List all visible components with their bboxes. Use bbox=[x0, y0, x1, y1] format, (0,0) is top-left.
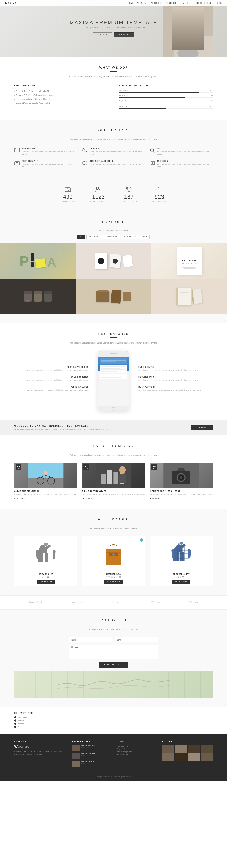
svg-rect-41 bbox=[114, 472, 118, 484]
read-more-1[interactable]: Read more bbox=[14, 498, 26, 500]
blog-post-1-title: CLIMB THE MOUNTAIN bbox=[14, 490, 77, 492]
service-branding-desc: Lorem Ipsum has been the industry's stan… bbox=[90, 150, 145, 156]
blog-date-1: 06 JAN bbox=[15, 464, 22, 470]
nav-blog[interactable]: BLOG bbox=[216, 2, 222, 4]
download-button[interactable]: DOWNLOAD bbox=[191, 425, 213, 430]
service-marketing-desc: Lorem Ipsum has been the industry's stan… bbox=[90, 163, 145, 168]
phone-top bbox=[98, 351, 129, 356]
footer-contact-item-3[interactable]: email@example.com bbox=[117, 750, 155, 753]
skill-percent: 60% bbox=[210, 100, 213, 102]
buy-theme-button[interactable]: BUY THEME bbox=[114, 32, 134, 37]
product-shirt-add-button[interactable]: ADD TO CART bbox=[172, 580, 190, 584]
footer-photo-1[interactable] bbox=[162, 745, 174, 753]
stat-jobs: 923 JOB OPENINGS bbox=[151, 186, 167, 202]
contact-section: CONTACT US We would love to hear from yo… bbox=[0, 610, 227, 707]
svg-point-64 bbox=[180, 542, 183, 545]
title-divider bbox=[110, 71, 117, 72]
what-we-do-section: WHAT WE DO? Anim id est laborum. Consect… bbox=[0, 57, 227, 120]
product-bag-name: LEATHER BAG bbox=[85, 573, 143, 575]
footer-photo-6[interactable] bbox=[175, 753, 187, 762]
nav-features[interactable]: FEATURES bbox=[181, 2, 192, 4]
contact-email-input[interactable] bbox=[115, 637, 158, 643]
portfolio-item-5[interactable]: View bbox=[76, 279, 151, 314]
filter-all[interactable]: ALL bbox=[77, 235, 85, 239]
read-more-3[interactable]: Read more bbox=[150, 498, 161, 500]
nav-portfolio2[interactable]: PORTFOLIO bbox=[166, 2, 178, 4]
logos-section: Semplicé Waxpool Baletto Ciproc Ciprak bbox=[0, 595, 227, 610]
footer-photo-3[interactable] bbox=[188, 745, 200, 753]
title-divider bbox=[110, 338, 117, 338]
phone-content bbox=[100, 365, 127, 373]
footer-post-3: Post Title Three Here March 8, 2015 bbox=[72, 761, 110, 767]
portfolio-item-6[interactable]: View bbox=[151, 279, 227, 314]
service-web-design-info: WEB DESIGN Lorem Ipsum has been the indu… bbox=[22, 147, 77, 156]
footer-post-title-3[interactable]: Post Title Three Here bbox=[81, 761, 97, 763]
footer-photo-4[interactable] bbox=[201, 745, 213, 753]
download-text: WELCOME TO MAXIMA - BUSINESS HTML TEMPLA… bbox=[14, 425, 110, 431]
footer-logo-w: W bbox=[14, 745, 17, 749]
feature-responsive-desc: Lorem ipsum dolor sit amet, consectetur … bbox=[14, 369, 89, 372]
footer-logo-text: MAXIMA bbox=[17, 745, 29, 748]
portfolio-item-3[interactable]: ✓ A4 PAPER PRESENTATION View bbox=[151, 243, 227, 279]
footer-post-1: Post Title One Here March 2, 2015 bbox=[72, 745, 110, 751]
skill-fill bbox=[119, 102, 175, 103]
footer-photo-8[interactable] bbox=[201, 753, 213, 762]
footer-flicker-title: FLICKER bbox=[162, 741, 213, 743]
blog-day-2: 18 bbox=[85, 465, 88, 468]
blog-image-3: 30 MAR bbox=[150, 463, 213, 488]
services-subtitle: With pleasure, we introduce ourselves as… bbox=[14, 138, 213, 141]
photography-icon bbox=[14, 160, 20, 166]
product-bag-add-button[interactable]: ADD TO CART bbox=[104, 580, 123, 584]
footer-post-title-1[interactable]: Post Title One Here bbox=[81, 745, 96, 746]
product-jacket-price: £100.00 bbox=[17, 576, 75, 578]
contact-info-title: CONTACT INFO bbox=[14, 712, 213, 714]
footer-post-title-2[interactable]: Post Title Two Here bbox=[81, 753, 95, 754]
contact-message-input[interactable] bbox=[69, 645, 158, 659]
location-icon bbox=[14, 716, 16, 718]
service-photography: PHOTOGRAPHY Lorem Ipsum has been the ind… bbox=[14, 160, 77, 168]
hero-buttons: SITE DEMO BUY THEME bbox=[70, 32, 157, 37]
features-subtitle: With pleasure, we introduce ourselves as… bbox=[14, 341, 213, 345]
portfolio-item-2[interactable]: View bbox=[76, 243, 151, 279]
footer-posts-col: RECENT POSTS Post Title One Here March 2… bbox=[72, 741, 110, 769]
filter-branding[interactable]: BRANDING bbox=[86, 235, 101, 239]
service-photography-desc: Lorem Ipsum has been the industry's stan… bbox=[22, 163, 77, 168]
service-web-design: WEB DESIGN Lorem Ipsum has been the indu… bbox=[14, 147, 77, 156]
feature-responsive-title: RESPONSIVE DESIGN bbox=[14, 366, 89, 368]
contact-name-input[interactable] bbox=[69, 637, 112, 643]
filter-logo[interactable]: LOGO DESIGN bbox=[121, 235, 138, 239]
site-demo-button[interactable]: SITE DEMO bbox=[93, 32, 112, 37]
phone-home-button[interactable] bbox=[112, 407, 115, 410]
read-more-2[interactable]: Read more bbox=[82, 498, 93, 500]
title-divider bbox=[110, 523, 117, 523]
hero-person-illustration bbox=[163, 4, 213, 57]
nav-about[interactable]: ABOUT US bbox=[137, 2, 147, 4]
portfolio-item-4[interactable]: Paper View bbox=[0, 279, 76, 314]
phone-mockup bbox=[98, 351, 129, 411]
product-jacket-add-button[interactable]: ADD TO CART bbox=[37, 580, 55, 584]
filter-illustration[interactable]: ILLUSTRATION bbox=[102, 235, 120, 239]
contact-submit-button[interactable]: SEND MESSAGE bbox=[99, 662, 128, 668]
nav-portfolio[interactable]: PORTFOLIO bbox=[151, 2, 162, 4]
footer-photo-5[interactable] bbox=[162, 753, 174, 762]
portfolio-item-1[interactable]: P A View bbox=[0, 243, 76, 279]
skill-bar bbox=[119, 108, 213, 108]
footer-contact-title: CONTACT bbox=[117, 741, 155, 743]
filter-print[interactable]: PRINT bbox=[139, 235, 150, 239]
phone-screen bbox=[98, 356, 129, 406]
footer-post-date-2: March 5, 2015 bbox=[81, 755, 95, 756]
svg-point-9 bbox=[16, 149, 16, 149]
svg-point-50 bbox=[44, 542, 48, 546]
stats-section: 499 PHOTOS TAKEN 1123 NEW MEMBERS 187 CO… bbox=[0, 177, 227, 211]
nav-product[interactable]: LATEST PRODUCT bbox=[194, 2, 213, 4]
footer-post-date-3: March 8, 2015 bbox=[81, 763, 97, 765]
nav-home[interactable]: HOME bbox=[128, 2, 134, 4]
skill-bar bbox=[119, 97, 213, 98]
footer-photo-7[interactable] bbox=[188, 753, 200, 762]
web-icon bbox=[14, 723, 16, 725]
footer-photo-2[interactable] bbox=[175, 745, 187, 753]
service-ui-desc: Lorem Ipsum has been the industry's stan… bbox=[157, 163, 213, 168]
nav-logo[interactable]: MAXIMA bbox=[5, 2, 17, 4]
product-section-title: LATEST PRODUCT bbox=[14, 518, 213, 521]
feature-psd-desc: Lorem ipsum dolor sit amet, consectetur … bbox=[14, 389, 89, 392]
